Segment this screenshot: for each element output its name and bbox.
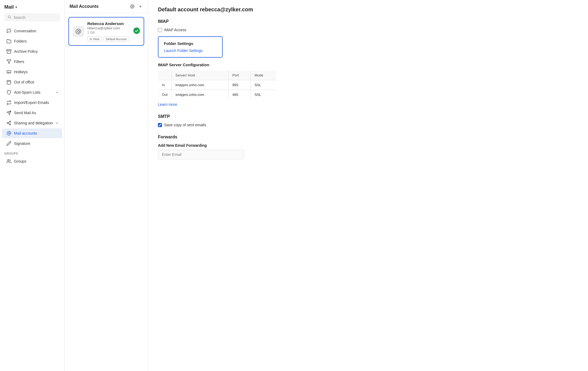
col-header-empty <box>158 71 172 80</box>
save-copy-checkbox[interactable] <box>158 123 162 127</box>
save-copy-label: Save copy of sent emails <box>164 123 206 127</box>
main-content: Default account rebecca@zylker.com IMAP … <box>148 0 588 371</box>
keyboard-icon <box>6 69 11 74</box>
sidebar-item-filters[interactable]: Filters <box>2 57 62 66</box>
share-icon <box>6 121 11 125</box>
app-title[interactable]: Mail ▾ <box>4 4 60 10</box>
svg-line-20 <box>8 123 9 124</box>
filter-icon <box>6 59 11 64</box>
row-in-mode: SSL <box>251 80 276 90</box>
add-account-button[interactable] <box>138 4 143 9</box>
folder-settings-box: Folder Settings Launch Folder Settings <box>158 36 223 58</box>
email-forward-input[interactable] <box>158 150 244 159</box>
row-in-port: 993 <box>229 80 251 90</box>
sidebar-item-groups[interactable]: Groups <box>2 156 62 166</box>
badge-default-account: Default Account <box>103 37 129 41</box>
smtp-section: SMTP Save copy of sent emails <box>158 114 578 127</box>
imap-title: IMAP <box>158 19 578 24</box>
row-out-mode: SSL <box>251 90 276 100</box>
sidebar-item-signature[interactable]: Signature <box>2 139 62 148</box>
badge-in-view: In View <box>87 37 102 41</box>
search-placeholder: Search <box>13 15 25 20</box>
sidebar-item-out-of-office[interactable]: Out of office <box>2 77 62 87</box>
chevron-down-icon: ▾ <box>56 91 58 94</box>
sidebar-item-archive-policy[interactable]: Archive Policy <box>2 47 62 56</box>
sidebar-item-hotkeys[interactable]: Hotkeys <box>2 67 62 77</box>
sidebar-item-conversation[interactable]: Conversation <box>2 26 62 36</box>
account-email: rebecca@zylker.com <box>87 26 130 30</box>
col-header-server: Server/ Host <box>172 71 229 80</box>
svg-point-18 <box>7 122 8 124</box>
sidebar-item-send-mail-as-label: Send Mail As <box>14 111 58 115</box>
people-icon <box>6 159 11 164</box>
imap-config-title: IMAP Server Configuration <box>158 62 578 67</box>
svg-line-21 <box>8 122 9 123</box>
forwards-section: Forwards Add New Email Forwarding <box>158 135 578 159</box>
svg-point-24 <box>132 6 133 7</box>
sidebar-item-folders[interactable]: Folders <box>2 36 62 46</box>
search-box[interactable]: Search <box>4 13 60 22</box>
sidebar-item-folders-label: Folders <box>14 39 58 43</box>
sidebar-item-mail-accounts[interactable]: Mail accounts <box>2 128 62 138</box>
archive-icon <box>6 49 11 54</box>
row-out-host: smtppro.zoho.com <box>172 90 229 100</box>
middle-panel: Mail Accounts Rebecca Anderson rebecca@z… <box>65 0 148 371</box>
account-verified-icon <box>133 27 140 35</box>
forwards-title: Forwards <box>158 135 578 139</box>
imap-section: IMAP IMAP Access Folder Settings Launch … <box>158 19 578 107</box>
svg-marker-4 <box>7 60 11 64</box>
folder-settings-title: Folder Settings <box>164 41 217 46</box>
signature-icon <box>6 141 11 146</box>
sidebar-item-anti-spam-label: Anti-Spam Lists <box>14 90 54 94</box>
account-name: Rebecca Anderson <box>87 21 130 26</box>
svg-line-1 <box>10 18 11 19</box>
sidebar-item-send-mail-as[interactable]: Send Mail As <box>2 108 62 118</box>
table-row: In imappro.zoho.com 993 SSL <box>158 80 276 90</box>
table-row: Out smtppro.zoho.com 465 SSL <box>158 90 276 100</box>
col-header-port: Port <box>229 71 251 80</box>
sidebar-item-anti-spam[interactable]: Anti-Spam Lists ▾ <box>2 88 62 97</box>
account-card[interactable]: Rebecca Anderson rebecca@zylker.com 1 GB… <box>68 17 144 46</box>
svg-point-0 <box>8 16 10 18</box>
search-icon <box>8 15 11 20</box>
account-avatar <box>73 26 84 37</box>
smtp-save-copy-row: Save copy of sent emails <box>158 123 578 127</box>
chat-icon <box>6 29 11 33</box>
sidebar-item-signature-label: Signature <box>14 141 58 146</box>
imap-access-checkbox[interactable] <box>158 28 162 32</box>
imap-access-label: IMAP Access <box>164 28 186 32</box>
svg-point-22 <box>8 132 10 134</box>
panel-actions <box>130 4 143 9</box>
send-icon <box>6 110 11 115</box>
svg-rect-11 <box>7 80 11 84</box>
sidebar-item-mail-accounts-label: Mail accounts <box>14 131 58 135</box>
imap-access-row: IMAP Access <box>158 28 578 32</box>
app-title-text: Mail <box>4 4 14 10</box>
sidebar-item-filters-label: Filters <box>14 60 58 64</box>
sidebar-item-conversation-label: Conversation <box>14 29 58 33</box>
row-in-label: In <box>158 80 172 90</box>
sidebar: Mail ▾ Search Conversation Folders Archi… <box>0 0 65 371</box>
sidebar-item-sharing[interactable]: Sharing and delegation ▾ <box>2 118 62 128</box>
svg-point-19 <box>9 124 11 125</box>
svg-point-23 <box>8 159 9 161</box>
panel-title: Mail Accounts <box>70 4 99 9</box>
launch-folder-settings-link[interactable]: Launch Folder Settings <box>164 48 203 53</box>
row-in-host: imappro.zoho.com <box>172 80 229 90</box>
app-title-chevron: ▾ <box>15 5 17 9</box>
at-icon <box>6 131 11 136</box>
col-header-mode: Mode <box>251 71 276 80</box>
svg-rect-5 <box>7 71 11 73</box>
calendar-icon <box>6 80 11 85</box>
smtp-title: SMTP <box>158 114 578 119</box>
sidebar-item-hotkeys-label: Hotkeys <box>14 70 58 74</box>
account-info: Rebecca Anderson rebecca@zylker.com 1 GB… <box>87 21 130 41</box>
folder-icon <box>6 39 11 44</box>
settings-button[interactable] <box>130 4 135 9</box>
account-size: 1 GB <box>87 31 130 34</box>
sidebar-header: Mail ▾ Search <box>0 4 64 26</box>
learn-more-link[interactable]: Learn more <box>158 102 177 107</box>
svg-rect-2 <box>7 50 11 51</box>
shield-icon <box>6 90 11 95</box>
sidebar-item-import-export[interactable]: Import/Export Emails <box>2 98 62 107</box>
